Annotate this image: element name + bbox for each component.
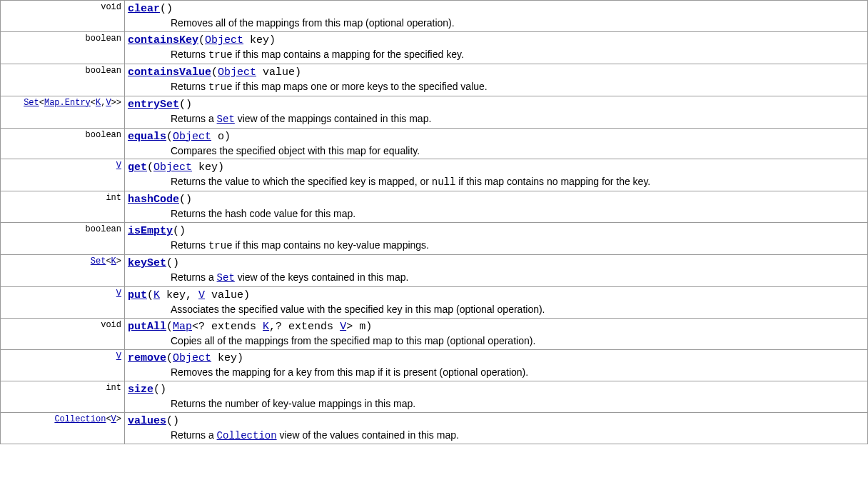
method-cell: equals(Object o)Compares the specified o… [125, 128, 868, 159]
method-name-link[interactable]: isEmpty [128, 225, 173, 237]
method-row: inthashCode()Returns the hash code value… [1, 191, 868, 223]
type-link[interactable]: V [116, 161, 121, 171]
type-link[interactable]: V [116, 351, 121, 361]
type-link[interactable]: Object [153, 161, 192, 174]
type-link[interactable]: K [96, 98, 101, 108]
method-params: () [166, 257, 179, 269]
method-description: Compares the specified object with this … [128, 143, 864, 158]
type-link[interactable]: Set [24, 98, 39, 108]
type-link[interactable]: K [153, 289, 160, 301]
method-description: Returns true if this map contains a mapp… [128, 46, 864, 62]
method-row: Set<K>keySet()Returns a Set view of the … [1, 255, 868, 287]
method-params: (K key, V value) [147, 289, 250, 301]
type-link[interactable]: Object [218, 66, 256, 79]
return-type-cell: V [1, 159, 125, 191]
method-name-link[interactable]: values [128, 415, 166, 427]
type-link[interactable]: V [116, 289, 121, 299]
method-name-link[interactable]: size [128, 384, 153, 396]
type-link[interactable]: Set [217, 272, 235, 284]
return-type-cell: Set<K> [1, 255, 125, 287]
method-params: (Object key) [147, 161, 224, 174]
method-cell: entrySet()Returns a Set view of the mapp… [125, 96, 868, 128]
type-link[interactable]: V [198, 289, 205, 301]
method-signature: clear() [128, 2, 864, 15]
method-signature: containsValue(Object value) [128, 66, 864, 79]
return-type-cell: void [1, 1, 125, 32]
method-signature: values() [128, 414, 864, 427]
method-description: Removes all of the mappings from this ma… [128, 15, 864, 30]
method-cell: remove(Object key)Removes the mapping fo… [125, 349, 868, 381]
method-name-link[interactable]: remove [128, 352, 166, 364]
method-signature: remove(Object key) [128, 351, 864, 364]
method-row: Vput(K key, V value)Associates the speci… [1, 287, 868, 319]
method-name-link[interactable]: put [128, 289, 147, 301]
method-description: Returns a Collection view of the values … [128, 427, 864, 443]
method-name-link[interactable]: putAll [128, 321, 166, 333]
method-description: Returns a Set view of the keys contained… [128, 269, 864, 285]
method-name-link[interactable]: hashCode [128, 194, 179, 206]
method-row: voidputAll(Map<? extends K,? extends V> … [1, 318, 868, 349]
type-link[interactable]: Object [173, 352, 211, 364]
type-link[interactable]: K [263, 321, 269, 333]
type-link[interactable]: Collection [217, 430, 277, 441]
method-row: intsize()Returns the number of key-value… [1, 381, 868, 412]
method-name-link[interactable]: containsKey [128, 34, 198, 46]
method-signature: put(K key, V value) [128, 289, 864, 301]
method-row: booleanisEmpty()Returns true if this map… [1, 223, 868, 255]
method-row: Set<Map.Entry<K,V>>entrySet()Returns a S… [1, 96, 868, 128]
type-link[interactable]: V [340, 321, 346, 333]
return-type-cell: boolean [1, 223, 125, 255]
method-params: (Object key) [198, 34, 276, 46]
method-cell: containsKey(Object key)Returns true if t… [125, 31, 868, 64]
method-name-link[interactable]: containsValue [128, 66, 211, 79]
return-type-cell: boolean [1, 31, 125, 64]
method-signature: isEmpty() [128, 224, 864, 237]
method-signature: hashCode() [128, 193, 864, 206]
type-link[interactable]: Object [205, 34, 243, 46]
method-name-link[interactable]: get [128, 161, 147, 174]
code-literal: true [208, 240, 233, 251]
method-cell: put(K key, V value)Associates the specif… [125, 287, 868, 319]
method-params: () [173, 225, 186, 237]
method-row: booleancontainsValue(Object value)Return… [1, 64, 868, 96]
type-link[interactable]: Map.Entry [44, 98, 91, 108]
return-type-cell: void [1, 318, 125, 349]
type-link[interactable]: Set [217, 114, 235, 125]
method-summary-table: voidclear()Removes all of the mappings f… [0, 0, 868, 444]
return-type-cell: int [1, 191, 125, 223]
method-description: Returns true if this map contains no key… [128, 237, 864, 253]
method-cell: containsValue(Object value)Returns true … [125, 64, 868, 96]
return-type-cell: Set<Map.Entry<K,V>> [1, 96, 125, 128]
method-params: (Object value) [211, 66, 301, 79]
type-link[interactable]: Map [173, 321, 192, 333]
method-description: Returns true if this map maps one or mor… [128, 79, 864, 94]
method-params: (Object key) [166, 352, 243, 364]
type-link[interactable]: Object [173, 131, 211, 143]
method-name-link[interactable]: entrySet [128, 99, 179, 111]
method-signature: containsKey(Object key) [128, 34, 864, 46]
method-params: () [153, 384, 166, 396]
method-description: Returns a Set view of the mappings conta… [128, 111, 864, 126]
type-link[interactable]: V [106, 98, 111, 108]
method-params: (Map<? extends K,? extends V> m) [166, 321, 372, 333]
method-name-link[interactable]: keySet [128, 257, 166, 269]
type-link[interactable]: Set [91, 256, 106, 266]
method-params: (Object o) [166, 131, 231, 143]
return-type-cell: V [1, 349, 125, 381]
return-type-cell: boolean [1, 64, 125, 96]
return-type-cell: int [1, 381, 125, 412]
method-name-link[interactable]: equals [128, 131, 166, 143]
method-name-link[interactable]: clear [128, 3, 160, 15]
method-cell: hashCode()Returns the hash code value fo… [125, 191, 868, 223]
return-type-cell: V [1, 287, 125, 319]
method-cell: size()Returns the number of key-value ma… [125, 381, 868, 412]
method-cell: values()Returns a Collection view of the… [125, 412, 868, 444]
method-params: () [179, 194, 192, 206]
type-link[interactable]: Collection [54, 414, 106, 424]
type-link[interactable]: K [111, 256, 116, 266]
method-cell: get(Object key)Returns the value to whic… [125, 159, 868, 191]
method-row: Vget(Object key)Returns the value to whi… [1, 159, 868, 191]
type-link[interactable]: V [111, 414, 116, 424]
method-signature: get(Object key) [128, 161, 864, 174]
method-description: Returns the value to which the specified… [128, 174, 864, 189]
